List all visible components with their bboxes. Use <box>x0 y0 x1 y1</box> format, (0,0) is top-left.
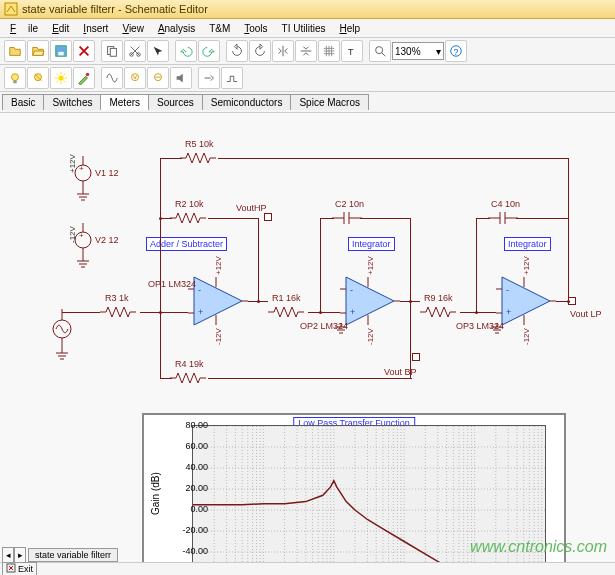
svg-point-11 <box>12 74 19 81</box>
bulb2-icon[interactable] <box>27 67 49 89</box>
label-voutlp: Vout LP <box>570 309 602 319</box>
svg-point-14 <box>58 75 63 80</box>
wire <box>160 158 182 159</box>
capacitor-c4[interactable] <box>488 210 518 226</box>
menu-file[interactable]: File <box>4 22 44 35</box>
text-icon[interactable]: T <box>341 40 363 62</box>
opamp-op1[interactable]: -+ <box>188 273 248 329</box>
cut-icon[interactable] <box>124 40 146 62</box>
capacitor-c2[interactable] <box>332 210 362 226</box>
wire <box>516 218 568 219</box>
scroll-right-icon[interactable]: ▸ <box>14 547 26 563</box>
bottom-tab-schematic[interactable]: state variable filterr <box>28 548 118 562</box>
grid-icon[interactable] <box>318 40 340 62</box>
svg-text:-: - <box>350 285 353 295</box>
copy-icon[interactable] <box>101 40 123 62</box>
chart-ylabel: Gain (dB) <box>150 472 161 515</box>
window-title: state variable filterr - Schematic Edito… <box>22 3 208 15</box>
probe-bp[interactable] <box>412 353 420 361</box>
open-folder-icon[interactable] <box>27 40 49 62</box>
rotate-right-icon[interactable] <box>249 40 271 62</box>
opamp-op3[interactable]: -+ <box>496 273 556 329</box>
node <box>159 217 162 220</box>
svg-rect-12 <box>13 81 17 84</box>
menu-view[interactable]: View <box>116 22 150 35</box>
arrow-icon[interactable] <box>147 40 169 62</box>
tab-switches[interactable]: Switches <box>43 94 101 110</box>
wire <box>308 312 340 313</box>
resistor-r3[interactable] <box>100 305 140 319</box>
wire <box>160 218 161 378</box>
bulb4-icon[interactable] <box>147 67 169 89</box>
svg-rect-0 <box>5 3 17 15</box>
menu-analysis[interactable]: Analysis <box>152 22 201 35</box>
close-icon[interactable] <box>73 40 95 62</box>
wire <box>208 218 258 219</box>
svg-text:+: + <box>506 307 511 317</box>
resistor-r2[interactable] <box>170 211 210 225</box>
sun-icon[interactable] <box>50 67 72 89</box>
label-r1: R1 16k <box>272 293 301 303</box>
probe-hp[interactable] <box>264 213 272 221</box>
speaker-icon[interactable] <box>170 67 192 89</box>
bulb-icon[interactable] <box>4 67 26 89</box>
menu-help[interactable]: Help <box>334 22 367 35</box>
schematic-canvas[interactable]: +12V -12V + V1 12 + V2 12 R3 1k R2 10k R… <box>0 113 615 575</box>
voltage-source-v2[interactable]: + <box>73 223 93 257</box>
wire <box>160 158 161 218</box>
menu-tm[interactable]: T&M <box>203 22 236 35</box>
label-int2: Integrator <box>504 237 551 251</box>
menu-tools[interactable]: Tools <box>238 22 273 35</box>
flip-v-icon[interactable] <box>295 40 317 62</box>
tab-meters[interactable]: Meters <box>100 94 149 110</box>
zoom-icon[interactable] <box>369 40 391 62</box>
wire <box>160 378 172 379</box>
label-v2: V2 12 <box>95 235 119 245</box>
probe-icon[interactable] <box>73 67 95 89</box>
bulb3-icon[interactable] <box>124 67 146 89</box>
zoom-input[interactable]: 130%▾ <box>392 42 444 60</box>
menu-bar[interactable]: File Edit Insert View Analysis T&M Tools… <box>0 19 615 38</box>
open-icon[interactable] <box>4 40 26 62</box>
component-tabbar: Basic Switches Meters Sources Semiconduc… <box>0 92 615 113</box>
svg-text:+: + <box>350 307 355 317</box>
menu-tiutil[interactable]: TI Utilities <box>276 22 332 35</box>
step-icon[interactable] <box>221 67 243 89</box>
resistor-r4[interactable] <box>170 371 210 385</box>
node <box>257 300 260 303</box>
resistor-r5[interactable] <box>180 151 220 165</box>
ac-source[interactable] <box>52 309 72 349</box>
tab-sources[interactable]: Sources <box>148 94 203 110</box>
help-icon[interactable]: ? <box>445 40 467 62</box>
redo-icon[interactable] <box>198 40 220 62</box>
tab-spice[interactable]: Spice Macros <box>290 94 369 110</box>
menu-insert[interactable]: Insert <box>77 22 114 35</box>
rail-m12v: -12V <box>214 328 223 345</box>
title-bar: state variable filterr - Schematic Edito… <box>0 0 615 19</box>
menu-edit[interactable]: Edit <box>46 22 75 35</box>
flip-h-icon[interactable] <box>272 40 294 62</box>
svg-marker-57 <box>346 277 394 325</box>
save-icon[interactable] <box>50 40 72 62</box>
rail-p12v: +12V <box>366 256 375 275</box>
voltage-source-v1[interactable]: + <box>73 156 93 190</box>
label-op1: OP1 LM324 <box>148 279 196 289</box>
step-right-icon[interactable] <box>198 67 220 89</box>
undo-icon[interactable] <box>175 40 197 62</box>
wire <box>320 218 334 219</box>
scroll-left-icon[interactable]: ◂ <box>2 547 14 563</box>
opamp-op2[interactable]: -+ <box>340 273 400 329</box>
exit-button[interactable]: Exit <box>2 562 37 575</box>
tab-semiconductors[interactable]: Semiconductors <box>202 94 292 110</box>
sine-icon[interactable] <box>101 67 123 89</box>
rotate-left-icon[interactable] <box>226 40 248 62</box>
resistor-r1[interactable] <box>268 305 308 319</box>
svg-text:T: T <box>348 46 354 57</box>
rail-p12v: +12V <box>522 256 531 275</box>
toolbar-components <box>0 65 615 92</box>
label-r2: R2 10k <box>175 199 204 209</box>
tab-basic[interactable]: Basic <box>2 94 44 110</box>
resistor-r9[interactable] <box>420 305 460 319</box>
svg-text:-: - <box>198 285 201 295</box>
label-r9: R9 16k <box>424 293 453 303</box>
